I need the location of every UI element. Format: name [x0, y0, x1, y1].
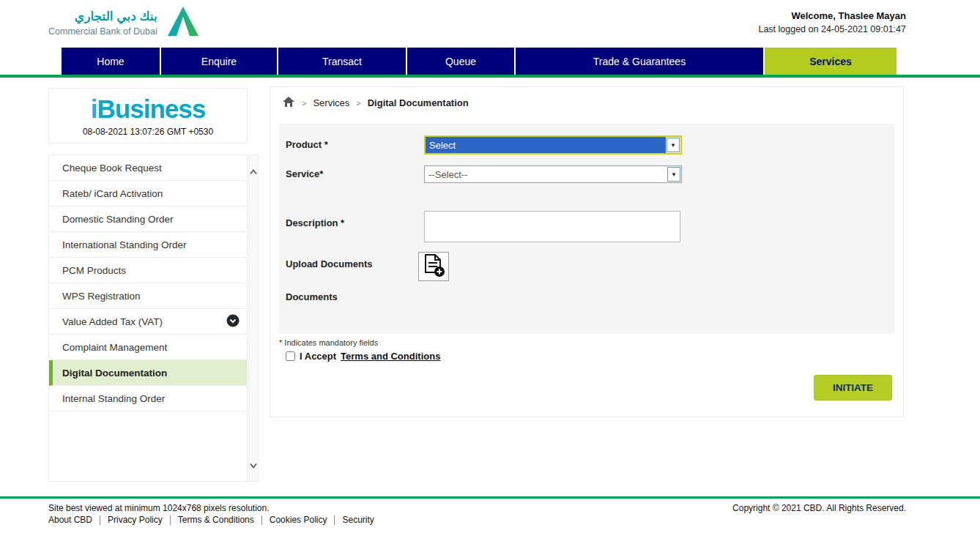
accept-terms-checkbox[interactable] [286, 351, 295, 361]
service-label: Service* [286, 168, 323, 179]
breadcrumb-current-page: Digital Documentation [368, 97, 469, 108]
select-arrow-icon[interactable]: ▼ [667, 167, 680, 182]
sidebar-item-digital-documentation[interactable]: Digital Documentation [49, 360, 247, 386]
footer-links: About CBD Privacy Policy Terms & Conditi… [48, 515, 382, 525]
nav-tab-transact[interactable]: Transact [278, 48, 406, 75]
nav-tab-home[interactable]: Home [62, 48, 160, 75]
breadcrumb-services[interactable]: Services [313, 97, 349, 108]
ibusiness-brand-box: iBusiness 08-08-2021 13:07:26 GMT +0530 [48, 88, 248, 144]
footer-accent-line [0, 496, 980, 499]
sidebar-item-complaint-management[interactable]: Complaint Management [49, 335, 247, 360]
sidebar-item-label: WPS Registration [62, 291, 141, 302]
sidebar-item-label: Internal Standing Order [62, 393, 165, 404]
sidebar-item-wps-registration[interactable]: WPS Registration [49, 283, 247, 309]
sidebar-item-international-standing-order[interactable]: International Standing Order [49, 232, 247, 258]
sidebar-item-domestic-standing-order[interactable]: Domestic Standing Order [49, 206, 247, 232]
product-select[interactable]: Select ▼ [424, 135, 682, 154]
footer-link-terms-conditions[interactable]: Terms & Conditions [171, 515, 261, 525]
product-select-value: Select [426, 137, 666, 153]
add-document-icon [421, 253, 446, 280]
upload-documents-label: Upload Documents [286, 258, 372, 269]
accept-label: I Accept [300, 351, 336, 362]
page: بنك دبي التجاري Commercial Bank of Dubai… [0, 0, 980, 533]
upload-document-button[interactable] [418, 252, 449, 281]
sidebar-item-cheque-book-request[interactable]: Cheque Book Request [49, 155, 247, 181]
breadcrumb-separator: > [356, 99, 360, 108]
resolution-note: Site best viewed at minimum 1024x768 pix… [48, 503, 270, 513]
sidebar-menu: Cheque Book Request Rateb/ iCard Activat… [48, 154, 248, 482]
description-textarea[interactable] [424, 211, 680, 242]
terms-and-conditions-link[interactable]: Terms and Conditions [341, 351, 440, 362]
terms-acceptance-row: I Accept Terms and Conditions [286, 351, 440, 362]
sidebar-item-label: International Standing Order [62, 239, 187, 250]
main-nav: Home Enquire Transact Queue Trade & Guar… [62, 48, 897, 75]
logo-text: بنك دبي التجاري Commercial Bank of Dubai [48, 9, 157, 37]
last-login-text: Last logged on 24-05-2021 09:01:47 [758, 24, 906, 34]
sidebar-item-label: Rateb/ iCard Activation [62, 188, 163, 199]
sidebar-item-value-added-tax[interactable]: Value Added Tax (VAT) [49, 309, 247, 335]
digital-documentation-form: Product * Select ▼ Service* --Select-- ▼… [279, 124, 894, 334]
copyright-text: Copyright © 2021 CBD. All Rights Reserve… [732, 503, 906, 513]
home-icon[interactable] [282, 96, 295, 110]
ibusiness-logo: iBusiness [49, 94, 247, 124]
sidebar-item-label: Cheque Book Request [62, 163, 162, 174]
product-label: Product * [286, 139, 328, 150]
brand-i: i [91, 94, 97, 123]
footer-link-privacy-policy[interactable]: Privacy Policy [100, 515, 170, 525]
user-info: Welcome, Thaslee Mayan Last logged on 24… [758, 10, 906, 34]
nav-tab-queue[interactable]: Queue [407, 48, 514, 75]
scroll-up-icon[interactable] [250, 165, 257, 178]
logo-arabic-text: بنك دبي التجاري [48, 9, 157, 24]
nav-tab-services[interactable]: Services [765, 48, 897, 75]
service-select[interactable]: --Select-- ▼ [424, 165, 682, 183]
select-arrow-icon[interactable]: ▼ [667, 138, 680, 152]
footer-link-cookies-policy[interactable]: Cookies Policy [262, 515, 335, 525]
sidebar-item-rateb-icard-activation[interactable]: Rateb/ iCard Activation [49, 181, 247, 206]
nav-tab-enquire[interactable]: Enquire [161, 48, 277, 75]
breadcrumb: > Services > Digital Documentation [282, 96, 469, 110]
sidebar-item-internal-standing-order[interactable]: Internal Standing Order [49, 386, 247, 411]
brand-business: Business [97, 94, 206, 123]
description-label: Description * [286, 217, 344, 228]
footer-link-about-cbd[interactable]: About CBD [48, 515, 100, 525]
sidebar-item-label: Digital Documentation [62, 368, 167, 379]
logo-english-text: Commercial Bank of Dubai [48, 26, 157, 37]
sidebar-item-label: Complaint Management [62, 342, 167, 353]
service-select-value: --Select-- [425, 166, 667, 182]
cbd-triangle-icon [166, 5, 200, 40]
sidebar-item-label: Value Added Tax (VAT) [62, 316, 163, 327]
sidebar-item-label: PCM Products [62, 265, 126, 276]
footer-link-security[interactable]: Security [335, 515, 381, 525]
session-datetime: 08-08-2021 13:07:26 GMT +0530 [49, 127, 247, 137]
initiate-button[interactable]: INITIATE [814, 375, 892, 400]
main-panel: > Services > Digital Documentation Produ… [270, 86, 904, 417]
sidebar-item-label: Domestic Standing Order [62, 214, 174, 225]
sidebar-scrollbar[interactable] [248, 154, 259, 482]
scroll-down-icon[interactable] [250, 458, 257, 471]
nav-accent-line [0, 75, 980, 78]
welcome-text: Welcome, Thaslee Mayan [758, 10, 906, 21]
nav-tab-trade-guarantees[interactable]: Trade & Guarantees [516, 48, 763, 75]
breadcrumb-separator: > [302, 99, 306, 108]
documents-label: Documents [286, 291, 338, 302]
cbd-logo[interactable]: بنك دبي التجاري Commercial Bank of Dubai [48, 5, 200, 40]
sidebar-item-pcm-products[interactable]: PCM Products [49, 258, 247, 283]
mandatory-fields-note: * Indicates mandatory fields [279, 338, 378, 347]
chevron-down-circle-icon[interactable] [226, 314, 240, 329]
